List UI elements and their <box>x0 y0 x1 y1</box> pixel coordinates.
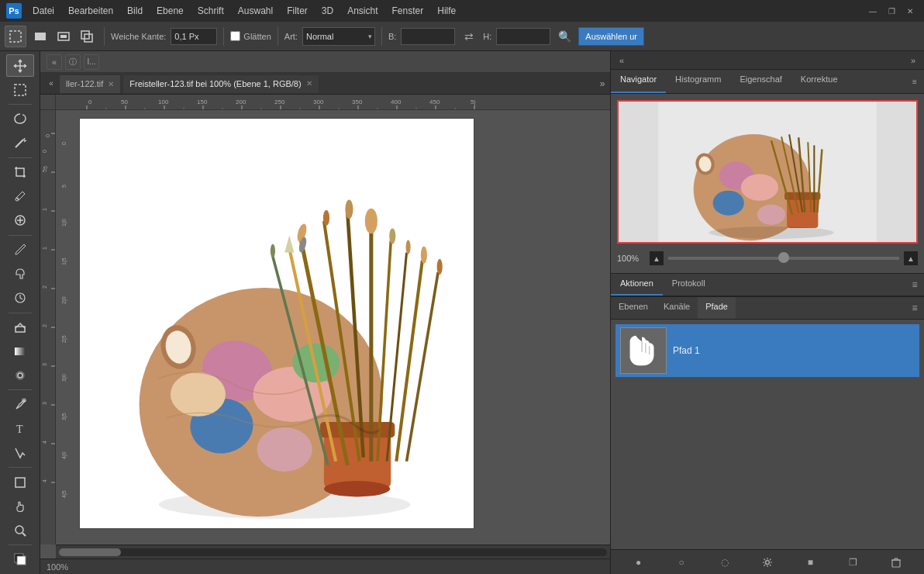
tab-pfade[interactable]: Pfade <box>698 297 736 319</box>
menu-filter[interactable]: Filter <box>281 4 314 18</box>
fill-circle-btn[interactable]: ● <box>629 553 648 572</box>
tab-1[interactable]: ller-122.tif ✕ <box>59 74 121 93</box>
panel-collapse-left[interactable]: « <box>614 53 629 68</box>
menu-datei[interactable]: Datei <box>26 4 60 18</box>
canvas-viewport: 0 50 100 150 200 250 300 350 400 <box>40 95 610 558</box>
eraser-tool[interactable] <box>6 316 34 338</box>
menu-ebene[interactable]: Ebene <box>150 4 190 18</box>
sep1 <box>104 27 105 46</box>
tab-ebenen[interactable]: Ebenen <box>611 297 656 319</box>
art-select[interactable]: Normal Hinzufügen Subtrahieren Schnittme… <box>302 27 375 46</box>
weiche-kante-input[interactable] <box>171 28 217 45</box>
search-btn[interactable]: 🔍 <box>553 26 575 47</box>
tab-2-close[interactable]: ✕ <box>306 79 312 88</box>
dash-circle-btn[interactable]: ◌ <box>715 553 734 572</box>
tab-histogramm[interactable]: Histogramm <box>666 70 730 93</box>
menu-auswahl[interactable]: Auswahl <box>232 4 279 18</box>
menu-3d[interactable]: 3D <box>315 4 340 18</box>
svg-point-147 <box>765 560 769 564</box>
info-btn[interactable]: ⓘ <box>65 54 81 70</box>
tab-scroll-right[interactable]: » <box>595 74 610 93</box>
tab-aktionen[interactable]: Aktionen <box>611 274 663 296</box>
menu-bearbeiten[interactable]: Bearbeiten <box>62 4 119 18</box>
svg-point-110 <box>345 200 353 219</box>
healing-tool[interactable] <box>6 209 34 232</box>
clone-stamp-tool[interactable] <box>6 263 34 285</box>
sep3 <box>278 27 278 46</box>
panel-menu-btn[interactable]: ≡ <box>905 70 924 93</box>
menu-hilfe[interactable]: Hilfe <box>431 4 462 18</box>
tab-protokoll[interactable]: Protokoll <box>663 274 715 296</box>
magic-wand-tool[interactable] <box>6 132 34 154</box>
hand-icon <box>13 500 27 513</box>
svg-rect-1 <box>35 33 46 40</box>
h-scrollbar-track[interactable] <box>59 548 607 556</box>
tab-scroll-left[interactable]: « <box>43 74 59 93</box>
menu-fenster[interactable]: Fenster <box>386 4 430 18</box>
pen-tool[interactable] <box>6 393 34 416</box>
exchange-btn[interactable]: ⇄ <box>458 26 480 47</box>
path-item[interactable]: Pfad 1 <box>615 324 919 377</box>
svg-point-116 <box>406 240 411 254</box>
auswahl-button[interactable]: Auswählen ur <box>578 27 644 46</box>
h-scrollbar-thumb[interactable] <box>59 548 121 556</box>
glaetten-check[interactable] <box>230 31 240 41</box>
tool-sep7 <box>9 545 32 545</box>
hand-tool[interactable] <box>6 495 34 517</box>
menu-bild[interactable]: Bild <box>121 4 149 18</box>
history-brush-tool[interactable] <box>6 287 34 309</box>
blur-tool[interactable] <box>6 364 34 386</box>
shape-tool[interactable] <box>6 471 34 493</box>
restore-button[interactable]: ❐ <box>884 5 899 17</box>
rect-shape-btn[interactable] <box>29 26 51 47</box>
path-select-tool[interactable] <box>6 441 34 464</box>
zoom-tool[interactable] <box>6 519 34 541</box>
selection-tools <box>5 26 26 47</box>
tab-2[interactable]: Freisteller-123.tif bei 100% (Ebene 1, R… <box>122 74 319 93</box>
gradient-tool[interactable] <box>6 340 34 362</box>
sep4 <box>381 27 382 46</box>
delete-btn[interactable] <box>887 553 905 572</box>
empty-circle-btn[interactable]: ○ <box>672 553 691 572</box>
foreground-color[interactable] <box>6 548 34 571</box>
b-input[interactable] <box>401 28 455 45</box>
collapse-btn[interactable]: « <box>47 54 62 70</box>
move-tool[interactable] <box>6 54 34 77</box>
menu-ansicht[interactable]: Ansicht <box>341 4 384 18</box>
duplicate-btn[interactable]: ❐ <box>844 553 863 572</box>
zoom-out-btn[interactable]: ▲ <box>650 251 664 265</box>
subtract-icon <box>57 30 70 43</box>
h-input[interactable] <box>496 28 550 45</box>
glaetten-checkbox[interactable]: Glätten <box>230 31 271 41</box>
tab-1-close[interactable]: ✕ <box>108 80 114 88</box>
tab-korrektue[interactable]: Korrektue <box>791 70 847 93</box>
zoom-in-btn[interactable]: ▲ <box>904 251 918 265</box>
nav-zoom-slider[interactable] <box>668 257 899 260</box>
layers-menu-btn[interactable]: ≡ <box>905 297 924 319</box>
gear-btn[interactable] <box>758 553 777 572</box>
lasso-tool[interactable] <box>6 108 34 130</box>
solid-rect-btn[interactable]: ■ <box>801 553 819 572</box>
brush-tool[interactable] <box>6 239 34 261</box>
type-tool[interactable]: T <box>6 417 34 440</box>
eyedropper-tool[interactable] <box>6 185 34 208</box>
layer-info-btn[interactable]: I... <box>84 54 99 70</box>
intersect-shape-btn[interactable] <box>76 26 98 47</box>
marquee-rect-tool[interactable] <box>6 78 34 101</box>
tab-navigator[interactable]: Navigator <box>611 70 666 93</box>
menu-schrift[interactable]: Schrift <box>191 4 230 18</box>
crop-tool[interactable] <box>6 161 34 184</box>
tab-eigenschaf[interactable]: Eigenschaf <box>730 70 791 93</box>
marquee-rect-icon <box>14 84 26 96</box>
panel-collapse-right[interactable]: » <box>905 53 921 68</box>
marquee-tool-btn[interactable] <box>5 26 26 47</box>
minimize-button[interactable]: — <box>865 5 881 17</box>
aktionen-menu-btn[interactable]: ≡ <box>905 274 924 296</box>
subtract-shape-btn[interactable] <box>53 26 74 47</box>
close-button[interactable]: ✕ <box>902 5 918 17</box>
eraser-icon <box>13 320 27 334</box>
nav-zoom-thumb[interactable] <box>778 252 789 263</box>
svg-text:3: 3 <box>42 402 47 405</box>
svg-text:1|0: 1|0 <box>61 219 67 226</box>
tab-kanaele[interactable]: Kanäle <box>656 297 698 319</box>
